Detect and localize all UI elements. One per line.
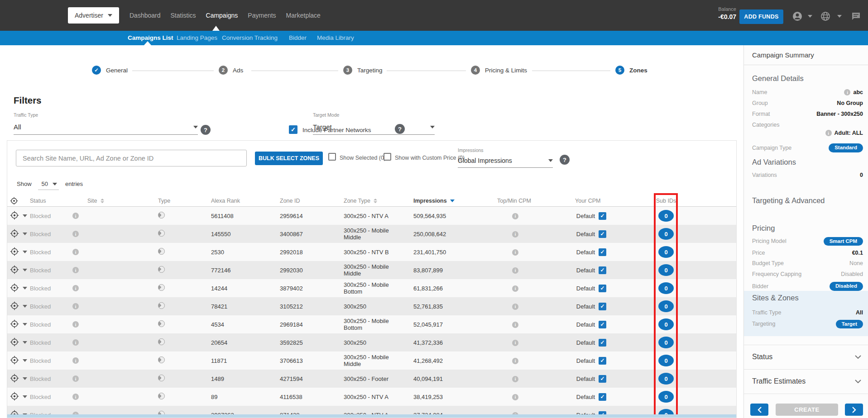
status-info-icon[interactable]: i (72, 394, 79, 400)
subnav-tab-media-library[interactable]: Media Library (317, 31, 354, 45)
traffic-estimates-section-toggle[interactable]: Traffic Estimates (744, 370, 868, 394)
target-zone-icon[interactable] (7, 355, 23, 366)
show-custom-price-checkbox[interactable] (384, 153, 391, 161)
target-mode-select[interactable]: Target (313, 123, 435, 135)
cpm-info-icon[interactable]: i (512, 322, 518, 328)
status-info-icon[interactable]: i (72, 303, 79, 309)
sub-ids-badge[interactable]: 0 (658, 318, 674, 330)
cpm-default-checkbox[interactable]: ✓ (599, 266, 606, 274)
cpm-info-icon[interactable]: i (512, 231, 518, 238)
next-step-button[interactable] (845, 404, 863, 416)
target-column-icon[interactable] (7, 196, 23, 205)
expand-row-icon[interactable] (23, 341, 27, 344)
expand-row-icon[interactable] (23, 233, 27, 235)
target-zone-icon[interactable] (7, 337, 23, 348)
cpm-default-checkbox[interactable]: ✓ (599, 357, 606, 365)
cpm-default-checkbox[interactable]: ✓ (599, 230, 606, 238)
advertiser-selector[interactable]: Advertiser (68, 7, 119, 24)
cpm-info-icon[interactable]: i (512, 304, 518, 310)
status-info-icon[interactable]: i (72, 321, 79, 328)
sub-ids-badge[interactable]: 0 (658, 355, 674, 366)
sub-ids-badge[interactable]: 0 (658, 337, 674, 348)
sub-ids-badge[interactable]: 0 (658, 391, 674, 403)
page-size-select[interactable]: 50 (38, 180, 59, 190)
expand-row-icon[interactable] (23, 359, 27, 362)
chat-icon[interactable] (851, 12, 861, 23)
header-impressions[interactable]: Impressions (406, 198, 487, 204)
target-zone-icon[interactable] (7, 228, 23, 240)
status-info-icon[interactable]: i (72, 231, 79, 237)
partner-networks-checkbox[interactable]: ✓ (289, 125, 297, 134)
cpm-info-icon[interactable]: i (512, 394, 518, 400)
target-zone-icon[interactable] (7, 265, 23, 276)
target-zone-icon[interactable] (7, 391, 23, 403)
topbar-nav-campaigns[interactable]: Campaigns (201, 12, 243, 19)
expand-row-icon[interactable] (23, 305, 27, 308)
sub-ids-badge[interactable]: 0 (658, 264, 674, 276)
step-ads[interactable]: 2 Ads (219, 66, 243, 75)
expand-row-icon[interactable] (23, 287, 27, 290)
topbar-nav-statistics[interactable]: Statistics (166, 12, 201, 19)
status-info-icon[interactable]: i (72, 267, 79, 273)
sub-ids-badge[interactable]: 0 (658, 282, 674, 294)
step-zones[interactable]: 5 Zones (615, 66, 647, 75)
cpm-default-checkbox[interactable]: ✓ (599, 393, 606, 401)
show-selected-checkbox[interactable] (328, 153, 336, 161)
sub-ids-badge[interactable]: 0 (658, 300, 674, 312)
create-button[interactable]: CREATE (776, 404, 838, 416)
cpm-default-checkbox[interactable]: ✓ (599, 285, 606, 292)
cpm-info-icon[interactable]: i (512, 285, 518, 292)
sub-ids-badge[interactable]: 0 (658, 246, 674, 258)
header-site[interactable]: Site (81, 198, 152, 204)
add-funds-button[interactable]: ADD FUNDS (739, 10, 783, 24)
topbar-nav-dashboard[interactable]: Dashboard (125, 12, 166, 19)
topbar-nav-marketplace[interactable]: Marketplace (281, 12, 326, 19)
expand-row-icon[interactable] (23, 395, 27, 398)
expand-row-icon[interactable] (23, 323, 27, 326)
expand-row-icon[interactable] (23, 377, 27, 380)
step-general[interactable]: ✓ General (92, 66, 128, 75)
cpm-default-checkbox[interactable]: ✓ (599, 212, 606, 220)
cpm-default-checkbox[interactable]: ✓ (599, 375, 606, 383)
topbar-nav-payments[interactable]: Payments (243, 12, 281, 19)
bulk-select-zones-button[interactable]: BULK SELECT ZONES (255, 152, 323, 165)
categories-info-icon[interactable]: i (825, 130, 832, 136)
status-info-icon[interactable]: i (72, 339, 79, 346)
subnav-tab-conversion-tracking[interactable]: Conversion Tracking (222, 31, 278, 45)
step-pricing-limits[interactable]: 4 Pricing & Limits (471, 66, 527, 75)
target-zone-icon[interactable] (7, 319, 23, 330)
name-info-icon[interactable]: i (844, 89, 850, 95)
cpm-info-icon[interactable]: i (512, 376, 518, 382)
cpm-info-icon[interactable]: i (512, 358, 518, 364)
account-chevron-down-icon[interactable] (808, 15, 812, 18)
expand-row-icon[interactable] (23, 214, 27, 217)
status-info-icon[interactable]: i (72, 249, 79, 255)
expand-row-icon[interactable] (23, 269, 27, 271)
status-info-icon[interactable]: i (72, 213, 79, 219)
cpm-info-icon[interactable]: i (512, 340, 518, 346)
language-chevron-down-icon[interactable] (837, 15, 842, 18)
target-zone-icon[interactable] (7, 373, 23, 385)
sub-ids-badge[interactable]: 0 (658, 373, 674, 385)
cpm-default-checkbox[interactable]: ✓ (599, 248, 606, 256)
cpm-default-checkbox[interactable]: ✓ (599, 321, 606, 328)
status-info-icon[interactable]: i (72, 357, 79, 364)
target-zone-icon[interactable] (7, 210, 23, 222)
expand-row-icon[interactable] (23, 251, 27, 253)
traffic-type-help-icon[interactable]: ? (201, 125, 211, 135)
status-info-icon[interactable]: i (72, 375, 79, 382)
cpm-default-checkbox[interactable]: ✓ (599, 339, 606, 347)
target-zone-icon[interactable] (7, 283, 23, 294)
sub-ids-badge[interactable]: 0 (658, 228, 674, 240)
subnav-tab-landing-pages[interactable]: Landing Pages (177, 31, 217, 45)
account-icon[interactable] (792, 11, 802, 23)
target-zone-icon[interactable] (7, 301, 23, 312)
cpm-info-icon[interactable]: i (512, 249, 518, 256)
subnav-tab-bidder[interactable]: Bidder (289, 31, 307, 45)
step-targeting[interactable]: 3 Targeting (343, 66, 383, 75)
cpm-default-checkbox[interactable]: ✓ (599, 303, 606, 310)
target-zone-icon[interactable] (7, 247, 23, 258)
status-info-icon[interactable]: i (72, 285, 79, 291)
sub-ids-badge[interactable]: 0 (658, 210, 674, 222)
language-globe-icon[interactable] (820, 11, 830, 23)
